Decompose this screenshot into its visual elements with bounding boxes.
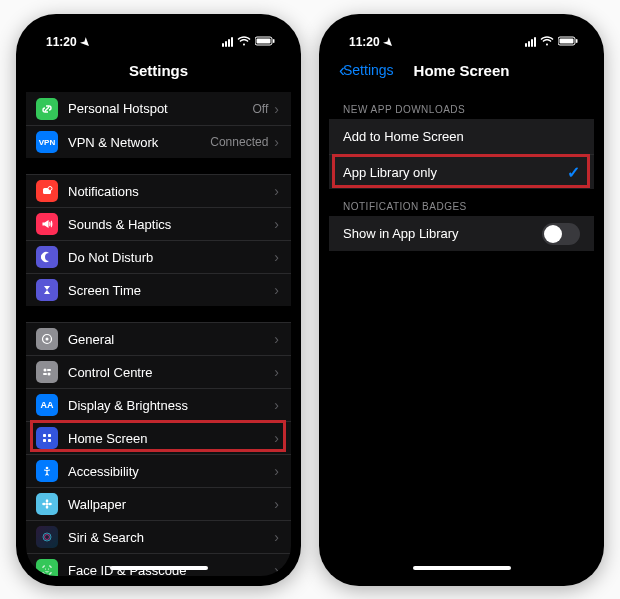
row-label: Home Screen [68, 431, 274, 446]
row-general[interactable]: General › [26, 322, 291, 355]
location-icon: ➤ [77, 34, 93, 50]
row-add-to-home-screen[interactable]: Add to Home Screen [329, 119, 594, 154]
svg-rect-8 [47, 369, 51, 371]
notifications-icon [36, 180, 58, 202]
flower-icon [36, 493, 58, 515]
row-label: Screen Time [68, 283, 274, 298]
row-label: Display & Brightness [68, 398, 274, 413]
svg-rect-13 [43, 439, 46, 442]
chevron-right-icon: › [274, 134, 279, 150]
gear-icon [36, 328, 58, 350]
svg-point-18 [46, 505, 49, 509]
row-label: VPN & Network [68, 135, 210, 150]
chevron-right-icon: › [274, 249, 279, 265]
nav-title: Settings [129, 62, 188, 79]
nav-title: Home Screen [414, 62, 510, 79]
cellular-icon [525, 37, 536, 47]
nav-bar: ‹ Settings Home Screen [329, 54, 594, 86]
home-indicator[interactable] [413, 566, 511, 570]
chevron-right-icon: › [274, 364, 279, 380]
section-header: NOTIFICATION BADGES [329, 189, 594, 216]
row-wallpaper[interactable]: Wallpaper › [26, 487, 291, 520]
row-value: Off [253, 102, 269, 116]
text-size-icon: AA [36, 394, 58, 416]
hourglass-icon [36, 279, 58, 301]
row-label: Add to Home Screen [343, 129, 580, 144]
toggle-show-in-app-library[interactable] [542, 223, 580, 245]
back-label: Settings [343, 62, 394, 78]
row-control-centre[interactable]: Control Centre › [26, 355, 291, 388]
phone-right: 11:20 ➤ ‹ Settings Home Screen NEW APP D… [319, 14, 604, 586]
row-label: Personal Hotspot [68, 101, 253, 116]
settings-list[interactable]: Personal Hotspot Off › VPN VPN & Network… [26, 92, 291, 576]
notch [397, 24, 527, 46]
row-label: Do Not Disturb [68, 250, 274, 265]
sliders-icon [36, 361, 58, 383]
siri-icon [36, 526, 58, 548]
row-value: Connected [210, 135, 268, 149]
status-time: 11:20 [46, 35, 77, 49]
chevron-right-icon: › [274, 496, 279, 512]
svg-point-19 [42, 503, 46, 506]
status-time: 11:20 [349, 35, 380, 49]
svg-point-23 [45, 569, 46, 570]
phone-left: 11:20 ➤ Settings Personal Hotspot Off › … [16, 14, 301, 586]
row-label: Control Centre [68, 365, 274, 380]
svg-point-15 [46, 467, 49, 470]
svg-point-17 [46, 499, 49, 503]
row-label: Wallpaper [68, 497, 274, 512]
chevron-right-icon: › [274, 216, 279, 232]
nav-bar: Settings [26, 54, 291, 86]
row-label: App Library only [343, 165, 567, 180]
face-id-icon [36, 559, 58, 576]
row-accessibility[interactable]: Accessibility › [26, 454, 291, 487]
row-app-library-only[interactable]: App Library only ✓ [329, 154, 594, 189]
row-label: Siri & Search [68, 530, 274, 545]
row-show-in-app-library[interactable]: Show in App Library [329, 216, 594, 251]
row-do-not-disturb[interactable]: Do Not Disturb › [26, 240, 291, 273]
chevron-right-icon: › [274, 397, 279, 413]
svg-rect-11 [43, 434, 46, 437]
wifi-icon [540, 35, 554, 49]
svg-point-16 [46, 503, 48, 505]
checkmark-icon: ✓ [567, 163, 580, 182]
svg-rect-14 [48, 439, 51, 442]
home-screen-list[interactable]: NEW APP DOWNLOADS Add to Home Screen App… [329, 92, 594, 251]
notch [94, 24, 224, 46]
chevron-right-icon: › [274, 101, 279, 117]
chevron-right-icon: › [274, 562, 279, 576]
svg-point-24 [48, 569, 49, 570]
row-label: Notifications [68, 184, 274, 199]
row-siri-search[interactable]: Siri & Search › [26, 520, 291, 553]
chevron-right-icon: › [274, 529, 279, 545]
back-button[interactable]: ‹ Settings [339, 60, 394, 81]
row-sounds-haptics[interactable]: Sounds & Haptics › [26, 207, 291, 240]
wifi-icon [237, 35, 251, 49]
svg-point-7 [44, 369, 47, 372]
chevron-right-icon: › [274, 463, 279, 479]
svg-point-9 [48, 373, 51, 376]
row-notifications[interactable]: Notifications › [26, 174, 291, 207]
chevron-right-icon: › [274, 331, 279, 347]
row-personal-hotspot[interactable]: Personal Hotspot Off › [26, 92, 291, 125]
chevron-right-icon: › [274, 430, 279, 446]
svg-point-22 [45, 535, 50, 540]
svg-rect-10 [43, 373, 47, 375]
chevron-right-icon: › [274, 282, 279, 298]
grid-icon [36, 427, 58, 449]
row-screen-time[interactable]: Screen Time › [26, 273, 291, 306]
home-indicator[interactable] [110, 566, 208, 570]
speaker-icon [36, 213, 58, 235]
row-label: General [68, 332, 274, 347]
row-label: Accessibility [68, 464, 274, 479]
link-icon [36, 98, 58, 120]
svg-rect-26 [560, 39, 574, 44]
row-display-brightness[interactable]: AA Display & Brightness › [26, 388, 291, 421]
svg-rect-12 [48, 434, 51, 437]
row-vpn-network[interactable]: VPN VPN & Network Connected › [26, 125, 291, 158]
row-home-screen[interactable]: Home Screen › [26, 421, 291, 454]
screen-left: 11:20 ➤ Settings Personal Hotspot Off › … [26, 24, 291, 576]
svg-rect-27 [576, 39, 578, 43]
row-face-id-passcode[interactable]: Face ID & Passcode › [26, 553, 291, 576]
svg-rect-1 [257, 39, 271, 44]
